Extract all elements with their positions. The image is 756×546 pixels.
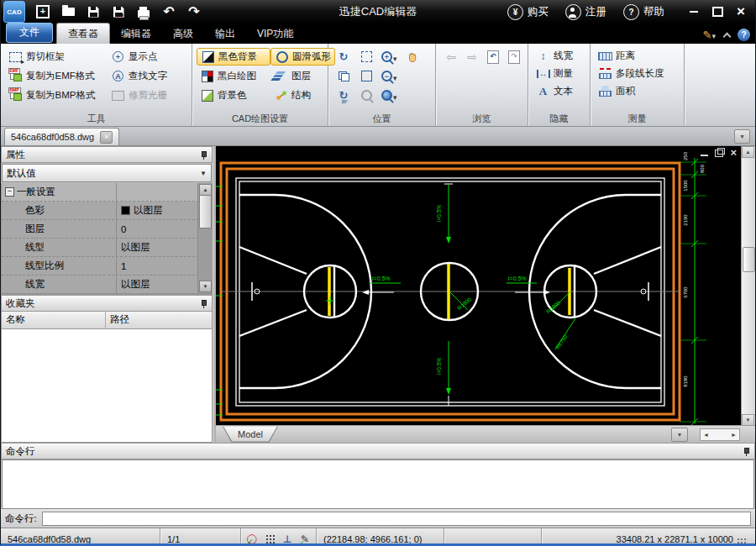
scroll-right-icon[interactable]: ► [731,432,737,438]
ribbon-help-button[interactable] [738,29,750,41]
zoom-window-button[interactable] [359,50,374,65]
bw-drawing-button[interactable]: 黑白绘图 [197,67,270,85]
zoom-in-caret[interactable] [393,50,397,65]
document-tab[interactable]: 546ca68df0d58.dwg [4,128,119,145]
next-view-button[interactable]: ↷ [507,50,522,65]
preset-dropdown[interactable]: 默认值 [2,164,212,182]
property-row-linetype-scale[interactable]: 线型比例 1 [2,257,212,276]
document-tab-close-button[interactable] [100,131,113,144]
rotate-angle-button[interactable]: ↻ [336,88,351,103]
undo-button[interactable]: ↶ [156,1,181,23]
hide-text-button[interactable]: 文本 [533,82,585,100]
zoom-scale-caret[interactable] [393,88,397,103]
close-button[interactable] [730,3,752,21]
hide-measure-button[interactable]: 测量 [533,65,585,82]
scroll-left-icon[interactable]: ◄ [703,432,709,438]
scroll-down-icon[interactable]: ▼ [742,414,754,426]
show-points-button[interactable]: 显示点 [108,48,187,66]
save-as-pdf-button[interactable]: PDF [106,1,131,23]
polyline-length-button[interactable]: 多段线长度 [595,65,680,82]
command-input[interactable] [42,512,751,526]
tab-vip[interactable]: VIP功能 [246,24,304,44]
tab-advanced[interactable]: 高级 [162,24,204,44]
redo-button[interactable]: ↷ [181,1,207,23]
smooth-arc-button[interactable]: 圆滑弧形 [270,48,335,66]
area-button[interactable]: 面积 [595,82,680,100]
zoom-scale-button[interactable] [381,88,397,103]
rotate-view-button[interactable]: ↻ [336,50,351,65]
back-button[interactable]: ⇦ [444,50,459,65]
layout-dropdown-button[interactable] [671,428,688,442]
property-grid-scrollbar[interactable]: ▲ ▼ [197,183,212,293]
previous-view-button[interactable]: ↶ [486,50,501,65]
distance-button[interactable]: 距离 [595,47,680,65]
status-spacer [444,528,542,546]
register-button[interactable]: 注册 [559,1,613,23]
new-file-button[interactable] [30,1,55,23]
zoom-out-caret[interactable] [393,69,397,84]
layers-button[interactable]: 图层 [270,67,335,85]
forward-button[interactable]: ⇨ [465,50,480,65]
tab-viewer[interactable]: 查看器 [56,23,110,44]
cut-frame-button[interactable]: 剪切框架 [5,48,108,66]
open-file-button[interactable] [55,1,81,23]
property-row-linetype[interactable]: 线型 以图层 [2,239,212,257]
drawing-viewport[interactable]: i=0.5% i=0.5% i=0.5% i=0.5% R1800 R1800 … [216,146,755,443]
mdi-minimize-icon[interactable] [701,155,708,156]
maximize-button[interactable] [706,3,728,21]
copy-view-button[interactable] [336,69,351,84]
model-tab[interactable]: Model [223,427,278,443]
find-text-button[interactable]: 查找文字 [108,67,187,85]
favorites-pin-icon[interactable] [200,299,207,308]
scroll-up-icon[interactable]: ▲ [199,184,212,196]
property-row-layer[interactable]: 图层 0 [2,220,212,239]
quick-edit-button[interactable] [703,27,716,42]
zoom-out-button[interactable] [381,69,397,84]
favorites-list[interactable] [1,329,213,443]
favorites-col-name[interactable]: 名称 [2,312,106,328]
tab-list-dropdown-button[interactable] [734,129,750,144]
grid-icon[interactable] [264,533,276,545]
osnap-icon[interactable] [246,533,258,545]
save-button[interactable] [81,1,106,23]
file-menu-button[interactable]: 文件 [6,23,53,43]
draft-icon[interactable] [299,533,311,545]
pan-button[interactable] [405,50,420,65]
resize-grip[interactable] [737,538,747,546]
scroll-thumb[interactable] [743,247,755,272]
dim-label: 2160 [683,214,688,226]
tab-editor[interactable]: 编辑器 [110,24,162,44]
mdi-close-icon[interactable] [730,149,737,157]
background-color-button[interactable]: 背景色 [197,87,270,104]
zoom-in-button[interactable] [381,50,397,65]
canvas-horizontal-scrollbar[interactable]: ◄ ► [700,428,740,441]
scroll-up-icon[interactable]: ▲ [742,146,754,158]
collapse-ribbon-button[interactable] [723,31,730,38]
property-row-color[interactable]: 色彩 以图层 [2,202,212,220]
canvas-vertical-scrollbar[interactable]: ▲ ▼ [741,146,755,426]
print-button[interactable] [131,1,156,23]
favorites-col-path[interactable]: 路径 [106,312,212,328]
scroll-thumb[interactable] [199,195,212,228]
structure-button[interactable]: 结构 [270,87,335,104]
property-row-lineweight[interactable]: 线宽 以图层 [2,276,212,294]
property-group-row[interactable]: 一般设置 [2,183,212,202]
zoom-previous-button[interactable] [359,88,374,103]
copy-bmp-button[interactable]: BMP 复制为BMP格式 [5,87,108,104]
properties-pin-icon[interactable] [200,150,207,160]
trim-raster-button[interactable]: 修剪光栅 [108,87,187,104]
buy-button[interactable]: 购买 [501,1,555,23]
tab-output[interactable]: 输出 [204,24,246,44]
minimize-button[interactable] [683,3,705,21]
scroll-down-icon[interactable]: ▼ [199,281,212,292]
ortho-icon[interactable] [281,533,293,545]
zoom-extents-button[interactable] [359,69,374,84]
collapse-group-icon[interactable] [5,187,14,197]
black-background-button[interactable]: 黑色背景 [197,48,270,66]
command-pin-icon[interactable] [743,447,750,456]
help-button[interactable]: 帮助 [617,1,671,23]
copy-emf-button[interactable]: EMF 复制为EMF格式 [5,67,108,85]
hide-linewidth-button[interactable]: 线宽 [533,47,585,65]
command-output[interactable] [2,459,754,509]
mdi-restore-icon[interactable] [715,150,723,157]
